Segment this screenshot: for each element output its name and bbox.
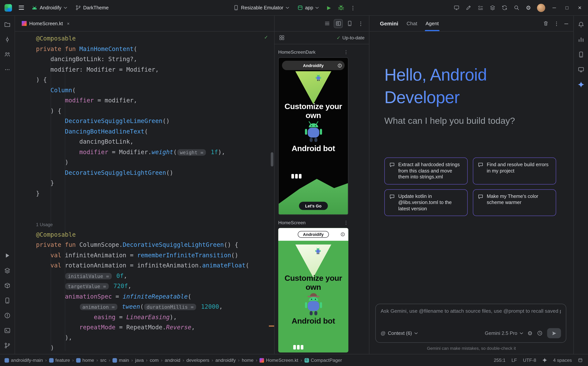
device-mirroring-button[interactable] [451, 3, 461, 13]
code-view-button[interactable] [322, 19, 331, 28]
suggestion-card[interactable]: Extract all hardcoded strings from this … [384, 157, 468, 184]
commit-tool-button[interactable] [2, 35, 12, 44]
kotlin-file-icon [22, 21, 27, 26]
chevron-down-icon [414, 332, 418, 334]
code-content[interactable]: @Composableprivate fun MainHomeContent( … [15, 31, 274, 353]
ai-spark-icon[interactable] [542, 358, 547, 363]
preview-item-options-button[interactable]: ⋮ [344, 220, 348, 225]
sync-project-button[interactable] [500, 3, 509, 13]
context-selector[interactable]: @ Context (6) [381, 330, 417, 336]
preview-home-screen-dark[interactable]: Androidify Customize your own Android bo… [278, 57, 348, 215]
gallery-view-icon[interactable] [279, 35, 284, 40]
breadcrumb-item[interactable]: android [165, 358, 180, 363]
device-selector[interactable]: Resizable Emulator [230, 3, 292, 12]
editor-scrollbar[interactable] [271, 152, 273, 167]
search-everywhere-button[interactable] [512, 3, 521, 13]
prompt-settings-gear-icon[interactable]: ⚙ [527, 330, 532, 336]
close-tab-icon[interactable]: × [67, 21, 70, 26]
design-view-button[interactable] [345, 19, 354, 28]
file-encoding[interactable]: UTF-8 [523, 358, 536, 363]
project-tool-button[interactable] [2, 19, 12, 29]
more-tool-windows-button[interactable]: ⋯ [2, 65, 12, 74]
more-run-actions-button[interactable]: ⋮ [348, 3, 358, 13]
prompt-history-clock-icon[interactable] [537, 330, 542, 336]
suggestion-card[interactable]: Make my Theme's color scheme warmer [473, 189, 556, 216]
preview-canvas[interactable]: HomeScreenDark ⋮ Androidify Customize yo… [275, 44, 369, 354]
breadcrumb-item[interactable]: androidify [215, 358, 236, 363]
lets-go-button[interactable]: Let's Go [299, 202, 328, 210]
suggestion-card[interactable]: Update kotlin in @libs.version.toml to t… [384, 189, 468, 216]
pull-requests-tool-button[interactable] [2, 49, 12, 59]
breadcrumb-item[interactable]: androidify-main [5, 358, 43, 363]
code-line: 1 Usage [36, 219, 274, 229]
breadcrumb-item[interactable]: home [76, 358, 94, 363]
prompt-input-container[interactable]: @ Context (6) Gemini 2.5 Pro ⚙ [375, 304, 566, 343]
running-devices-button[interactable] [576, 65, 586, 74]
breadcrumb-item[interactable]: developers [186, 358, 209, 363]
monitor-icon [578, 66, 584, 72]
breadcrumb-item[interactable]: CCompactPager [304, 358, 342, 363]
breadcrumb-item[interactable]: feature [49, 358, 70, 363]
problems-tool-button[interactable] [2, 310, 12, 320]
breadcrumb-item[interactable]: src [100, 358, 107, 363]
tab-agent[interactable]: Agent [425, 16, 439, 31]
device-emulator-tool-button[interactable] [2, 296, 12, 305]
close-window-button[interactable]: × [574, 2, 585, 13]
gemini-button[interactable] [576, 79, 586, 89]
inspections-status-icon[interactable]: ✓ [264, 35, 268, 40]
model-selector[interactable]: Gemini 2.5 Pro [485, 330, 523, 336]
preview-app-bar: Androidify [282, 61, 345, 70]
editor-tab[interactable]: HomeScreen.kt × [18, 16, 73, 31]
preview-options-button[interactable]: ⋮ [356, 19, 365, 28]
profiler-button[interactable] [576, 35, 586, 44]
gemini-prompt-input[interactable] [381, 308, 561, 314]
preview-home-screen[interactable]: Androidify Customize your own Android bo… [278, 228, 348, 353]
indent-setting[interactable]: 4 spaces [553, 358, 572, 363]
tab-chat[interactable]: Chat [406, 16, 417, 31]
preview-headline: Android bot [283, 317, 343, 326]
debug-button[interactable] [336, 3, 346, 13]
run-button[interactable]: ▶ [324, 3, 334, 13]
code-line: modifier = Modifier.weight(weight = 1f), [36, 147, 274, 157]
kebab-icon[interactable]: ⋮ [554, 21, 559, 26]
build-analyzer-button[interactable] [488, 3, 497, 13]
breadcrumb-item[interactable]: main [113, 358, 129, 363]
suggestion-text: Update kotlin in @libs.version.toml to t… [398, 193, 463, 212]
build-tool-button[interactable] [2, 266, 12, 275]
run-configuration-selector[interactable]: app [294, 3, 322, 12]
branch-name: DarkTheme [83, 5, 108, 10]
line-separator[interactable]: LF [512, 358, 517, 363]
main-menu-button[interactable] [16, 3, 26, 13]
project-selector[interactable]: Androidify [29, 3, 70, 12]
breadcrumb-item[interactable]: home [242, 358, 253, 363]
minimize-panel-icon[interactable]: ─ [564, 21, 568, 26]
gemini-panel-title: Gemini [380, 20, 398, 26]
settings-button[interactable]: ⚙ [523, 3, 533, 13]
run-tool-button[interactable] [2, 251, 12, 260]
breadcrumb-item[interactable]: HomeScreen.kt [260, 358, 298, 363]
preview-item-options-button[interactable]: ⋮ [344, 49, 348, 55]
code-editor[interactable]: @Composableprivate fun MainHomeContent( … [15, 31, 274, 354]
send-icon [551, 330, 557, 336]
editor-status-icon[interactable] [578, 358, 583, 363]
suggestion-card[interactable]: Find and resolve build errors in my proj… [473, 157, 556, 184]
breadcrumb-item[interactable]: com [150, 358, 159, 363]
breadcrumb-item[interactable]: java [135, 358, 144, 363]
vcs-branch-selector[interactable]: DarkTheme [72, 3, 112, 12]
terminal-tool-button[interactable] [2, 326, 12, 335]
chevron-down-icon [519, 332, 523, 334]
device-manager-button[interactable] [576, 49, 586, 59]
context-label: Context (6) [388, 330, 412, 336]
maximize-window-button[interactable]: □ [562, 2, 572, 13]
user-avatar[interactable] [537, 4, 545, 12]
task-list-button[interactable] [475, 3, 485, 13]
version-control-tool-button[interactable] [2, 340, 12, 350]
minimize-window-button[interactable]: ─ [549, 2, 559, 13]
send-button[interactable] [547, 328, 561, 338]
split-view-button[interactable] [334, 19, 343, 28]
caret-position[interactable]: 255:1 [494, 358, 505, 363]
packages-tool-button[interactable] [2, 280, 12, 290]
ai-assist-button[interactable] [463, 3, 473, 13]
notifications-button[interactable] [576, 19, 586, 29]
trash-icon[interactable] [543, 21, 549, 26]
